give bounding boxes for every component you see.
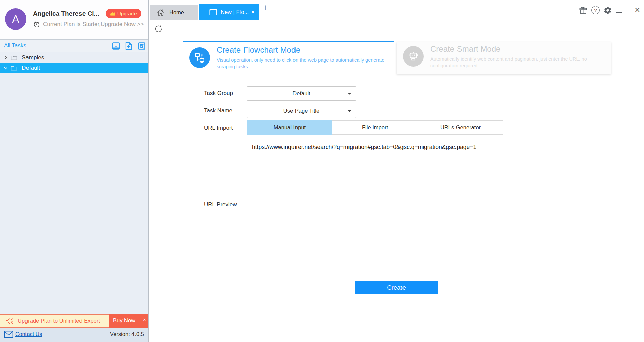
tab-active-label: New | Flo...: [221, 9, 249, 15]
upgrade-banner-text: Upgrade Plan to Unlimited Export: [18, 318, 100, 324]
tab-manual-input[interactable]: Manual Input: [247, 120, 332, 135]
settings-button[interactable]: [603, 6, 612, 15]
close-button[interactable]: ×: [635, 7, 640, 14]
folder-icon: [11, 55, 17, 60]
contact-us-link[interactable]: Contact Us: [15, 331, 42, 337]
create-smart-mode-card[interactable]: Create Smart Mode Automatically identify…: [397, 42, 611, 74]
find-task-icon: [137, 42, 146, 50]
tree-item-samples[interactable]: Samples: [0, 52, 148, 63]
crown-icon: [110, 11, 115, 16]
flowchart-mode-subtitle: Visual operation, only need to click on …: [217, 57, 386, 70]
banner-close-icon[interactable]: ×: [143, 317, 146, 323]
plan-status-row[interactable]: Current Plan is Starter,Upgrade Now >>: [33, 21, 144, 28]
tree-item-default[interactable]: Default: [0, 63, 148, 73]
refresh-icon[interactable]: [154, 24, 163, 33]
tab-urls-generator[interactable]: URLs Generator: [418, 120, 503, 135]
plan-status-text: Current Plan is Starter,Upgrade Now >>: [43, 21, 144, 28]
create-button[interactable]: Create: [355, 281, 438, 294]
main-content: Create Flowchart Mode Visual operation, …: [149, 37, 644, 342]
folder-icon: [11, 65, 17, 71]
chevron-down-icon: [348, 110, 351, 112]
avatar[interactable]: A: [5, 8, 26, 30]
new-task-button[interactable]: [124, 41, 133, 51]
tasks-header: All Tasks: [0, 39, 148, 52]
gear-icon: [603, 6, 612, 15]
tree-item-label: Samples: [22, 54, 44, 61]
task-group-value: Default: [292, 90, 310, 97]
smart-mode-subtitle: Automatically identify web content and p…: [430, 56, 600, 69]
user-name: Angelica Therese Cl...: [33, 10, 104, 17]
buy-now-label: Buy Now: [113, 317, 135, 324]
help-icon: ?: [594, 7, 597, 13]
url-import-label: URL Import: [204, 125, 233, 131]
chevron-right-icon: [3, 55, 8, 60]
tab-home-label: Home: [169, 9, 184, 16]
alarm-clock-icon: [33, 21, 40, 28]
flowchart-mode-title: Create Flowchart Mode: [217, 45, 300, 55]
gift-button[interactable]: [579, 6, 588, 15]
find-task-button[interactable]: [137, 41, 146, 51]
minimize-button[interactable]: [616, 8, 622, 13]
tab-close-icon[interactable]: ×: [251, 8, 255, 16]
gift-icon: [579, 6, 588, 15]
tab-new-flowchart[interactable]: New | Flo... ×: [199, 4, 259, 20]
maximize-button[interactable]: [626, 8, 631, 13]
home-icon: [157, 9, 165, 16]
chevron-down-icon: [3, 66, 8, 70]
smart-mode-badge: [403, 46, 424, 67]
task-group-select[interactable]: Default: [247, 86, 356, 101]
url-input[interactable]: https://www.inquirer.net/search/?q=migra…: [247, 139, 589, 275]
new-task-icon: [124, 42, 133, 50]
app-window: A Angelica Therese Cl... Upgrade Curre: [0, 0, 644, 342]
help-button[interactable]: ?: [591, 6, 600, 14]
smart-mode-title: Create Smart Mode: [430, 44, 500, 54]
tab-file-import[interactable]: File Import: [332, 120, 418, 135]
task-name-select[interactable]: Use Page Title: [247, 104, 356, 118]
sidebar: A Angelica Therese Cl... Upgrade Curre: [0, 0, 149, 342]
sidebar-footer: Contact Us Version: 4.0.5: [0, 328, 148, 342]
upgrade-banner[interactable]: Upgrade Plan to Unlimited Export Buy Now…: [0, 314, 148, 328]
profile-section: A Angelica Therese Cl... Upgrade Curre: [0, 0, 148, 39]
tree-item-label: Default: [22, 65, 40, 71]
tab-home[interactable]: Home: [150, 5, 198, 20]
url-input-value: https://www.inquirer.net/search/?q=migra…: [252, 144, 476, 150]
text-cursor: [477, 144, 477, 150]
version-label: Version: 4.0.5: [110, 331, 144, 337]
toolbar-divider: [168, 23, 168, 35]
create-flowchart-mode-card[interactable]: Create Flowchart Mode Visual operation, …: [183, 41, 394, 75]
robot-icon: [407, 50, 419, 62]
flowchart-icon: [194, 52, 206, 64]
minimize-icon: [616, 8, 622, 13]
url-import-tabs: Manual Input File Import URLs Generator: [247, 120, 503, 135]
import-task-icon: [112, 42, 120, 50]
import-task-button[interactable]: [111, 41, 121, 51]
browser-window-icon: [209, 9, 217, 15]
browser-toolbar: [149, 20, 644, 37]
task-name-label: Task Name: [204, 107, 232, 114]
buy-now-button[interactable]: Buy Now ×: [109, 314, 148, 328]
flowchart-mode-badge: [189, 47, 210, 68]
titlebar: Home New | Flo... × +: [149, 0, 644, 20]
maximize-icon: [626, 8, 631, 13]
url-preview-label: URL Preview: [204, 201, 237, 208]
chevron-down-icon: [348, 93, 351, 95]
envelope-icon: [4, 331, 13, 338]
new-tab-button[interactable]: +: [262, 3, 268, 13]
task-name-value: Use Page Title: [283, 108, 319, 114]
all-tasks-label[interactable]: All Tasks: [4, 42, 26, 49]
upgrade-button-label: Upgrade: [117, 11, 137, 16]
upgrade-button[interactable]: Upgrade: [106, 9, 141, 18]
megaphone-icon: [5, 317, 14, 326]
task-group-label: Task Group: [204, 90, 233, 97]
